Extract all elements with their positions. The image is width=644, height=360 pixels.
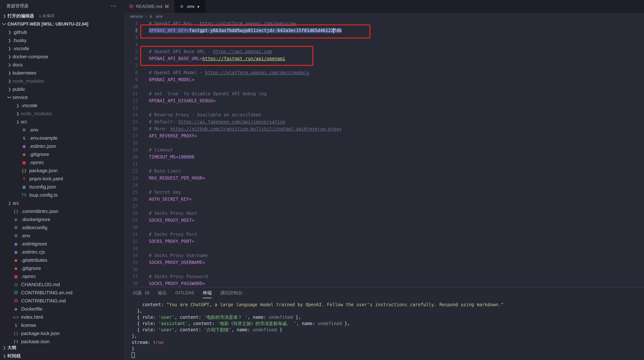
code-line-23[interactable]: MAX_REQUEST_PER_HOUR= (149, 175, 342, 182)
code-line-1[interactable]: # OpenAI API Key - https://platform.open… (149, 20, 342, 27)
tree-item-dockerignore[interactable]: ◈.dockerignore (0, 215, 124, 224)
tree-item-env-example[interactable]: $.env.example (0, 134, 124, 142)
tree-item-eslintrc-cjs[interactable]: ◉.eslintrc.cjs (0, 248, 124, 256)
tree-item-editorconfig[interactable]: ⚙.editorconfig (0, 224, 124, 232)
code-line-18[interactable] (149, 139, 342, 146)
tree-item-env[interactable]: ⚙.env (0, 126, 124, 134)
tree-item-gitattributes[interactable]: ◆.gitattributes (0, 256, 124, 264)
terminal-token: 'user' (158, 315, 174, 320)
tree-item-env[interactable]: ⚙.env (0, 232, 124, 240)
code-line-35[interactable]: SOCKS_PROXY_USERNAME= (149, 259, 342, 266)
workspace-root-header[interactable]: ❯ CHATGPT-WEB [WSL: UBUNTU-22.04] (0, 20, 124, 28)
tree-item-node-modules[interactable]: ❯node_modules (0, 77, 124, 85)
tree-item-docker-compose[interactable]: ❯docker-compose (0, 52, 124, 61)
open-editors-header[interactable]: ❯ 打开的编辑器 1 未保存 (0, 12, 124, 20)
code-line-9[interactable]: OPENAI_API_MODEL= (149, 76, 342, 83)
code-line-13[interactable] (149, 104, 342, 111)
breadcrumb-item-service[interactable]: service (130, 14, 143, 19)
panel-tab-gitlens[interactable]: GITLENS (175, 288, 194, 298)
tree-item-commitlintrc-json[interactable]: {}.commitlintrc.json (0, 207, 124, 215)
timeline-section-header[interactable]: ❯ 时间线 (0, 352, 124, 360)
tree-item-gitignore[interactable]: ◆.gitignore (0, 264, 124, 272)
code-line-26[interactable]: AUTH_SECRET_KEY= (149, 196, 342, 203)
code-line-12[interactable]: OPENAI_API_DISABLE_DEBUG= (149, 97, 342, 104)
tree-item-node-modules[interactable]: ❯node_modules (0, 109, 124, 118)
code-line-36[interactable] (149, 266, 342, 273)
panel-tab-终端[interactable]: 终端 (203, 288, 212, 298)
panel-tab-问题[interactable]: 问题16 (133, 288, 150, 298)
tree-item-package-lock-json[interactable]: {}package-lock.json (0, 329, 124, 338)
tree-item-eslintignore[interactable]: ◉.eslintignore (0, 240, 124, 248)
code-content[interactable]: # OpenAI API Key - https://platform.open… (138, 20, 342, 287)
code-line-32[interactable]: SOCKS_PROXY_PORT= (149, 238, 342, 245)
code-line-37[interactable]: # Socks Proxy Password (149, 273, 342, 280)
tree-item-service[interactable]: ❯service (0, 93, 124, 101)
breadcrumb-item-env[interactable]: .env (155, 14, 163, 19)
terminal-output[interactable]: content: "You are ChatGPT, a large langu… (124, 298, 644, 358)
outline-section-header[interactable]: ❯ 大纲 (0, 343, 124, 352)
tree-item-package-json[interactable]: {}package.json (0, 166, 124, 175)
code-line-31[interactable]: # Socks Proxy Port (149, 231, 342, 238)
code-line-5[interactable]: # OpenAI API Base URL - https://api.open… (149, 48, 342, 55)
editor-tab-readme-md[interactable]: ⓂREADME.mdM (124, 0, 174, 13)
code-line-14[interactable]: # Reverse Proxy - Available on accessTok… (149, 111, 342, 118)
tree-item-pnpm-lock-yaml[interactable]: !pnpm-lock.yaml (0, 175, 124, 183)
panel-tab-调试控制台[interactable]: 调试控制台 (220, 288, 242, 298)
code-line-34[interactable]: # Socks Proxy Username (149, 252, 342, 259)
tree-item-src[interactable]: ❯src (0, 199, 124, 207)
tree-item-vscode[interactable]: ❯.vscode (0, 44, 124, 52)
tree-item-src[interactable]: ❯src (0, 118, 124, 126)
code-line-8[interactable]: # OpenAI API Model - https://platform.op… (149, 69, 342, 76)
chevron-right-icon: ❯ (2, 346, 8, 350)
panel-tab-输出[interactable]: 输出 (158, 288, 167, 298)
tree-item-dockerfile[interactable]: ◈Dockerfile (0, 305, 124, 313)
more-actions-icon[interactable]: ⋯ (111, 2, 117, 9)
code-line-16[interactable]: # More: https://github.com/transitive-bu… (149, 125, 342, 132)
tree-item-tsconfig-json[interactable]: ▣tsconfig.json (0, 183, 124, 191)
code-line-25[interactable]: # Secret key (149, 189, 342, 196)
code-line-27[interactable] (149, 203, 342, 210)
tree-item-gitignore[interactable]: ◆.gitignore (0, 150, 124, 158)
tree-item-contributing-md[interactable]: ⓂCONTRIBUTING.md (0, 297, 124, 305)
code-line-11[interactable]: # set `true` to disable OpenAI API debug… (149, 90, 342, 97)
code-line-24[interactable] (149, 182, 342, 189)
code-line-22[interactable]: # Rate Limit (149, 168, 342, 175)
code-line-30[interactable] (149, 224, 342, 231)
code-line-17[interactable]: API_REVERSE_PROXY= (149, 132, 342, 139)
code-line-19[interactable]: # timeout (149, 146, 342, 154)
tree-item-changelog-md[interactable]: ◷CHANGELOG.md (0, 281, 124, 289)
code-line-28[interactable]: # Socks Proxy Host (149, 210, 342, 217)
tree-item-index-html[interactable]: <>index.html (0, 313, 124, 321)
tree-item-kubernetes[interactable]: ❯kubernetes (0, 69, 124, 77)
tree-item-license[interactable]: §license (0, 321, 124, 329)
tree-item-vscode[interactable]: ❯.vscode (0, 101, 124, 109)
code-line-15[interactable]: # Default: https://ai.fakeopen.com/api/c… (149, 118, 342, 125)
code-line-7[interactable] (149, 62, 342, 69)
code-line-6[interactable]: OPENAI_API_BASE_URL=https://fastgpt.run/… (149, 55, 342, 62)
tree-item-label: tsup.config.ts (29, 192, 58, 198)
tree-item-tsup-config-ts[interactable]: TStsup.config.ts (0, 191, 124, 199)
tree-item-public[interactable]: ❯public (0, 85, 124, 93)
tree-item-contributing-en-md[interactable]: ⓂCONTRIBUTING.en.md (0, 289, 124, 297)
tree-item-npmrc[interactable]: ■.npmrc (0, 272, 124, 281)
tree-item-docs[interactable]: ❯docs (0, 61, 124, 69)
code-line-2[interactable]: OPENAI_API_KEY=fastgpt-y6b3axfbdd5wyp011… (149, 27, 342, 34)
code-line-3[interactable] (149, 34, 342, 41)
code-line-10[interactable] (149, 83, 342, 90)
code-line-38[interactable]: SOCKS_PROXY_PASSWORD= (149, 280, 342, 287)
code-line-33[interactable] (149, 245, 342, 252)
tree-item-husky[interactable]: ❯.husky (0, 36, 124, 44)
code-line-21[interactable] (149, 161, 342, 168)
chevron-right-icon: ❯ (15, 103, 21, 108)
tree-item-github[interactable]: ❯.github (0, 28, 124, 36)
code-line-4[interactable] (149, 41, 342, 48)
tree-item-package-json[interactable]: {}package.json (0, 338, 124, 343)
code-token: # OpenAI API Model - (149, 70, 205, 75)
tree-item-npmrc[interactable]: ■.npmrc (0, 158, 124, 166)
code-editor[interactable]: 1234567891011121314151617181920212223242… (124, 20, 644, 287)
code-line-20[interactable]: TIMEOUT_MS=100000 (149, 154, 342, 161)
editor-tab-env[interactable]: ⚙.env● (174, 0, 205, 13)
code-line-29[interactable]: SOCKS_PROXY_HOST= (149, 217, 342, 224)
panel-tab-label: GITLENS (175, 290, 194, 296)
tree-item-eslintrc-json[interactable]: ◉.eslintrc.json (0, 142, 124, 150)
